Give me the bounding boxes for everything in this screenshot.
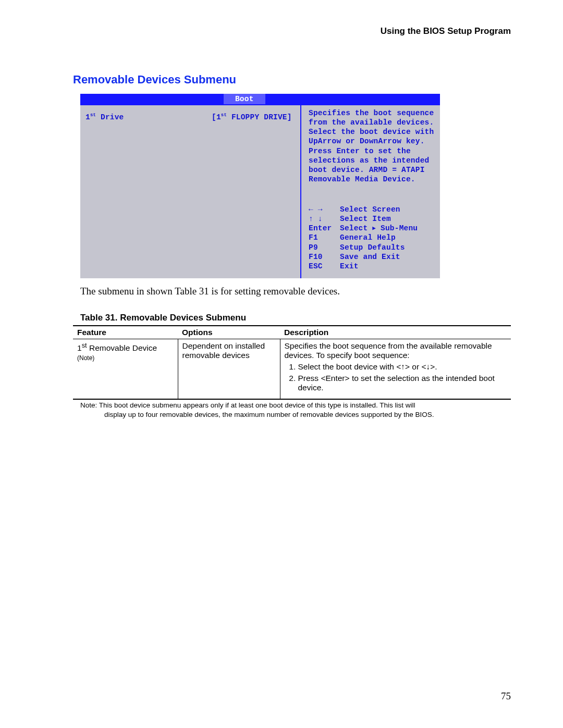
running-header: Using the BIOS Setup Program [73,26,511,36]
bios-item-value: [1st FLOPPY DRIVE] [209,105,300,278]
table-caption: Table 31. Removable Devices Submenu [80,313,511,323]
bios-tab-bar: Boot [80,94,440,104]
cell-options: Dependent on installed removable devices [178,339,280,399]
bios-help-text: Specifies the boot sequence from the ava… [309,108,437,184]
section-title: Removable Devices Submenu [73,73,511,87]
th-feature: Feature [73,326,178,339]
cell-description: Specifies the boot sequence from the ava… [280,339,511,399]
cell-feature: 1st Removable Device (Note) [73,339,178,399]
table-removable-devices: Feature Options Description 1st Removabl… [73,325,511,400]
bios-panel: Boot 1st Drive [1st FLOPPY DRIVE] Specif… [80,94,440,278]
bios-nav-keys: ← →Select Screen ↑ ↓Select Item EnterSel… [309,205,437,271]
page-number: 75 [501,690,511,702]
bios-item-label: 1st Drive [80,105,209,278]
bios-tab-boot: Boot [224,94,265,104]
th-options: Options [178,326,280,339]
table-row: 1st Removable Device (Note) Dependent on… [73,339,511,399]
th-description: Description [280,326,511,339]
intro-paragraph: The submenu in shown Table 31 is for set… [80,286,511,297]
table-note: Note: This boot device submenu appears o… [80,401,511,419]
